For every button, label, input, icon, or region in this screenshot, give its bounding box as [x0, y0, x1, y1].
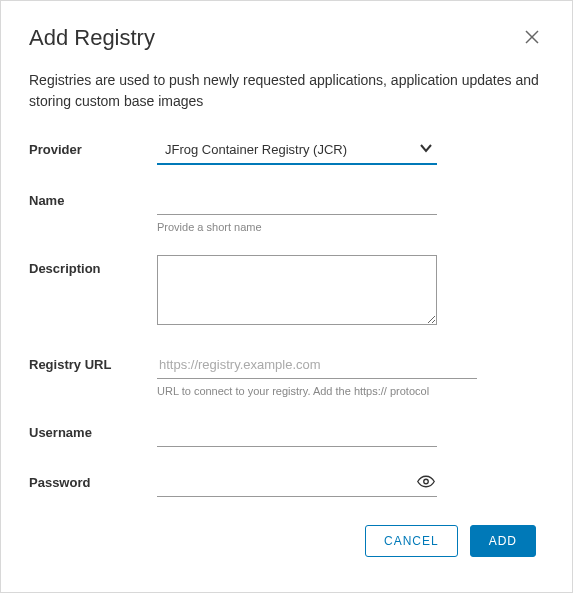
registry-url-label: Registry URL	[29, 351, 157, 372]
cancel-button[interactable]: CANCEL	[365, 525, 458, 557]
description-label: Description	[29, 255, 157, 276]
name-row: Name Provide a short name	[29, 187, 544, 233]
password-input[interactable]	[157, 469, 437, 497]
dialog-title: Add Registry	[29, 25, 155, 51]
toggle-password-button[interactable]	[415, 471, 437, 496]
description-textarea[interactable]	[157, 255, 437, 325]
username-row: Username	[29, 419, 544, 447]
provider-select-value: JFrog Container Registry (JCR)	[157, 136, 437, 163]
registry-url-helper: URL to connect to your registry. Add the…	[157, 385, 477, 397]
password-field	[157, 469, 437, 497]
username-input[interactable]	[157, 419, 437, 447]
registry-url-input[interactable]	[157, 351, 477, 379]
description-row: Description	[29, 255, 544, 329]
dialog-description: Registries are used to push newly reques…	[29, 70, 544, 112]
dialog-header: Add Registry	[29, 25, 544, 52]
username-field	[157, 419, 437, 447]
name-input[interactable]	[157, 187, 437, 215]
svg-point-2	[424, 479, 429, 484]
provider-select[interactable]: JFrog Container Registry (JCR)	[157, 136, 437, 165]
add-button[interactable]: ADD	[470, 525, 536, 557]
name-field: Provide a short name	[157, 187, 437, 233]
username-label: Username	[29, 419, 157, 440]
close-icon	[524, 33, 540, 48]
eye-icon	[417, 479, 435, 494]
dialog-actions: CANCEL ADD	[29, 525, 544, 557]
password-label: Password	[29, 469, 157, 490]
add-registry-dialog: Add Registry Registries are used to push…	[1, 1, 572, 581]
password-row: Password	[29, 469, 544, 497]
provider-label: Provider	[29, 136, 157, 157]
name-label: Name	[29, 187, 157, 208]
registry-url-field: URL to connect to your registry. Add the…	[157, 351, 477, 397]
close-button[interactable]	[520, 25, 544, 52]
name-helper: Provide a short name	[157, 221, 437, 233]
description-field	[157, 255, 437, 329]
registry-url-row: Registry URL URL to connect to your regi…	[29, 351, 544, 397]
provider-field: JFrog Container Registry (JCR)	[157, 136, 437, 165]
provider-row: Provider JFrog Container Registry (JCR)	[29, 136, 544, 165]
